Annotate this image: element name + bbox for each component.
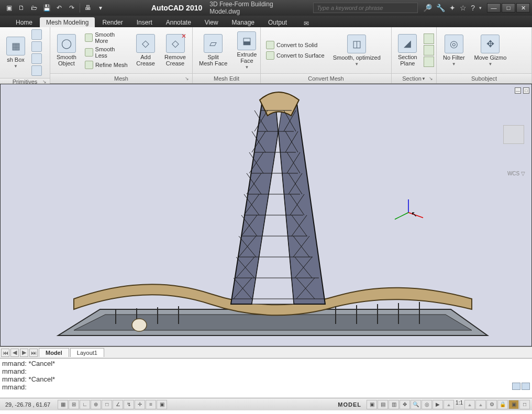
- layout-last-button[interactable]: ⏭: [29, 349, 38, 357]
- minimize-button[interactable]: —: [487, 3, 501, 13]
- tab-manage[interactable]: Manage: [226, 17, 261, 27]
- split-mesh-face-button[interactable]: ▱ Split Mesh Face: [196, 33, 230, 68]
- ortho-toggle[interactable]: ∟: [80, 400, 90, 409]
- tab-mesh-modeling[interactable]: Mesh Modeling: [40, 17, 95, 27]
- layout-first-button[interactable]: ⏮: [1, 349, 9, 357]
- mesh-torus-icon[interactable]: [31, 65, 42, 76]
- dropdown-icon: ▼: [354, 62, 359, 66]
- key-icon[interactable]: 🔧: [436, 4, 445, 12]
- section-block-icon[interactable]: [424, 57, 434, 67]
- convert-to-solid-button[interactable]: Convert to Solid: [264, 40, 327, 50]
- smooth-more-button[interactable]: Smooth More: [83, 31, 130, 44]
- polar-toggle[interactable]: ⊕: [91, 400, 101, 409]
- refine-mesh-button[interactable]: Refine Mesh: [83, 60, 130, 70]
- dialog-launcher-icon[interactable]: ↘: [429, 76, 433, 81]
- qat-dropdown-icon[interactable]: ▾: [96, 3, 105, 13]
- layout-prev-button[interactable]: ◀: [10, 349, 19, 357]
- pan-button[interactable]: ✥: [400, 400, 410, 409]
- panel-title-section: Section ▼↘: [392, 73, 436, 83]
- quickview-drawings-button[interactable]: ▥: [389, 400, 399, 409]
- maximize-button[interactable]: □: [502, 3, 515, 13]
- mail-icon[interactable]: ✉: [304, 20, 309, 27]
- osnap-toggle[interactable]: □: [102, 400, 112, 409]
- viewport-maximize-button[interactable]: □: [523, 87, 529, 94]
- mesh-box-icon: ▦: [6, 37, 25, 55]
- modelspace-button[interactable]: ▣: [367, 400, 377, 409]
- infocenter-dropdown-icon[interactable]: ▾: [479, 5, 482, 10]
- mesh-cylinder-icon[interactable]: [31, 41, 42, 52]
- search-input[interactable]: [313, 3, 418, 13]
- panel-convert-mesh: Convert to Solid Convert to Surface ◫ Sm…: [261, 27, 392, 83]
- layout-tabs: ⏮ ◀ ▶ ⏭ Model Layout1: [0, 346, 532, 358]
- save-icon[interactable]: 💾: [42, 3, 51, 13]
- section-plane-button[interactable]: ◢ Section Plane: [395, 33, 420, 68]
- grid-toggle[interactable]: ⊞: [69, 400, 79, 409]
- tab-view[interactable]: View: [198, 17, 225, 27]
- tab-annotate[interactable]: Annotate: [160, 17, 197, 27]
- close-button[interactable]: ✕: [516, 3, 530, 13]
- smooth-less-button[interactable]: Smooth Less: [83, 46, 130, 59]
- search-box[interactable]: [313, 3, 418, 13]
- clean-screen-button[interactable]: □: [519, 400, 530, 409]
- no-filter-button[interactable]: ◎ No Filter ▼: [440, 33, 468, 68]
- zoom-button[interactable]: 🔍: [411, 400, 421, 409]
- ducs-toggle[interactable]: ↯: [124, 400, 134, 409]
- tab-render[interactable]: Render: [96, 17, 129, 27]
- annotation-scale-icon[interactable]: ⟁: [444, 400, 454, 409]
- new-icon[interactable]: 🗋: [17, 3, 26, 13]
- tab-home[interactable]: Home: [9, 17, 39, 27]
- hardware-accel-button[interactable]: ▣: [508, 400, 519, 409]
- layout-tab-layout1[interactable]: Layout1: [70, 348, 104, 357]
- workspace-switching-button[interactable]: ⚙: [486, 400, 497, 409]
- move-gizmo-button[interactable]: ✥ Move Gizmo ▼: [471, 33, 510, 68]
- toolbar-lock-button[interactable]: 🔒: [497, 400, 508, 409]
- primitives-small-icons: [31, 29, 47, 76]
- command-window[interactable]: mmand: *Cancel* mmand: mmand: *Cancel* m…: [0, 358, 532, 398]
- annotation-visibility-button[interactable]: ⟁: [464, 400, 475, 409]
- qp-toggle[interactable]: ▣: [157, 400, 167, 409]
- annotation-autoscale-button[interactable]: ⟁: [475, 400, 486, 409]
- help-icon[interactable]: ?: [471, 4, 475, 12]
- remove-crease-icon: ◇✕: [166, 34, 185, 53]
- extrude-face-button[interactable]: ⬓ Extrude Face ▼: [234, 30, 260, 71]
- redo-icon[interactable]: ↷: [67, 3, 76, 13]
- add-crease-button[interactable]: ◇ Add Crease: [133, 33, 158, 68]
- quick-access-toolbar: ▣ 🗋 🗁 💾 ↶ ↷ 🖶 ▾: [0, 3, 109, 13]
- command-scroll-left[interactable]: [512, 383, 520, 390]
- annotation-scale-value[interactable]: 1:1: [455, 400, 464, 409]
- open-icon[interactable]: 🗁: [29, 3, 39, 13]
- mesh-box-button[interactable]: ▦ sh Box ▼: [3, 36, 28, 70]
- convert-to-surface-button[interactable]: Convert to Surface: [264, 51, 327, 60]
- mesh-cone-icon[interactable]: [31, 29, 42, 40]
- steering-wheel-button[interactable]: ◎: [422, 400, 432, 409]
- binoculars-icon[interactable]: 🔎: [423, 4, 432, 12]
- app-menu-icon[interactable]: ▣: [4, 3, 14, 13]
- section-live-icon[interactable]: [424, 45, 434, 55]
- favorite-icon[interactable]: ☆: [460, 4, 467, 12]
- tab-insert[interactable]: Insert: [130, 17, 159, 27]
- dialog-launcher-icon[interactable]: ↘: [185, 76, 189, 81]
- remove-crease-button[interactable]: ◇✕ Remove Crease: [161, 33, 189, 68]
- showmotion-button[interactable]: ▶: [433, 400, 443, 409]
- print-icon[interactable]: 🖶: [83, 3, 93, 13]
- undo-icon[interactable]: ↶: [54, 3, 64, 13]
- layout-next-button[interactable]: ▶: [20, 349, 28, 357]
- dyn-toggle[interactable]: ✛: [135, 400, 145, 409]
- layout-tab-model[interactable]: Model: [39, 348, 69, 357]
- snap-toggle[interactable]: ▦: [58, 400, 68, 409]
- lwt-toggle[interactable]: ≡: [146, 400, 156, 409]
- viewport-minimize-button[interactable]: —: [515, 87, 521, 94]
- smooth-object-button[interactable]: ◯ Smooth Object: [53, 33, 80, 68]
- mesh-sphere-icon[interactable]: [31, 53, 42, 64]
- tab-output[interactable]: Output: [262, 17, 293, 27]
- exchange-icon[interactable]: ✦: [449, 4, 456, 12]
- wcs-label[interactable]: WCS ▽: [507, 171, 525, 176]
- viewcube[interactable]: [503, 125, 524, 144]
- quickview-layouts-button[interactable]: ▤: [378, 400, 388, 409]
- command-scroll-right[interactable]: [522, 383, 530, 390]
- otrack-toggle[interactable]: ∠: [113, 400, 123, 409]
- section-jog-icon[interactable]: [424, 33, 434, 44]
- drawing-viewport[interactable]: — □ WCS ▽ ↖: [0, 84, 532, 346]
- space-label[interactable]: MODEL: [332, 401, 367, 408]
- smooth-optimized-button[interactable]: ◫ Smooth, optimized ▼: [330, 33, 384, 68]
